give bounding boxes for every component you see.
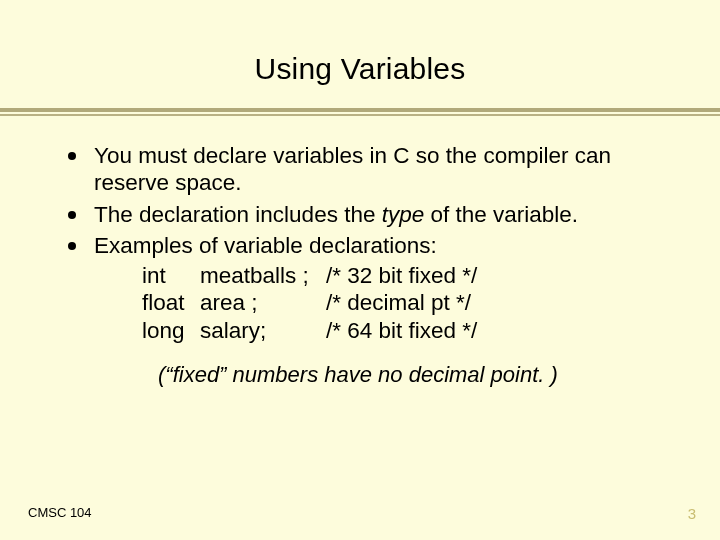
bullet-item: The declaration includes the type of the… bbox=[94, 201, 660, 228]
slide: Using Variables You must declare variabl… bbox=[0, 0, 720, 540]
divider-bar-bottom bbox=[0, 114, 720, 116]
decl-comment: /* 64 bit fixed */ bbox=[326, 317, 660, 344]
decl-row: long salary; /* 64 bit fixed */ bbox=[142, 317, 660, 344]
bullet-text: Examples of variable declarations: bbox=[94, 233, 437, 258]
page-number: 3 bbox=[688, 505, 696, 522]
divider bbox=[0, 108, 720, 114]
decl-row: float area ; /* decimal pt */ bbox=[142, 289, 660, 316]
decl-name: salary; bbox=[200, 317, 326, 344]
decl-name: meatballs ; bbox=[200, 262, 326, 289]
decl-type: float bbox=[142, 289, 200, 316]
bullet-item: You must declare variables in C so the c… bbox=[94, 142, 660, 197]
divider-bar-top bbox=[0, 108, 720, 112]
content: You must declare variables in C so the c… bbox=[0, 114, 720, 389]
decl-comment: /* 32 bit fixed */ bbox=[326, 262, 660, 289]
footer-left: CMSC 104 bbox=[28, 505, 92, 520]
footnote: (“fixed” numbers have no decimal point. … bbox=[60, 362, 660, 389]
bullet-text: You must declare variables in C so the c… bbox=[94, 143, 611, 195]
decl-type: int bbox=[142, 262, 200, 289]
slide-title: Using Variables bbox=[0, 0, 720, 102]
bullet-text-part: of the variable. bbox=[424, 202, 578, 227]
decl-comment: /* decimal pt */ bbox=[326, 289, 660, 316]
decl-name: area ; bbox=[200, 289, 326, 316]
bullet-text-part: The declaration includes the bbox=[94, 202, 382, 227]
bullet-item: Examples of variable declarations: int m… bbox=[94, 232, 660, 344]
bullet-text-italic: type bbox=[382, 202, 425, 227]
bullet-list: You must declare variables in C so the c… bbox=[60, 142, 660, 344]
decl-type: long bbox=[142, 317, 200, 344]
declarations: int meatballs ; /* 32 bit fixed */ float… bbox=[94, 262, 660, 344]
decl-row: int meatballs ; /* 32 bit fixed */ bbox=[142, 262, 660, 289]
